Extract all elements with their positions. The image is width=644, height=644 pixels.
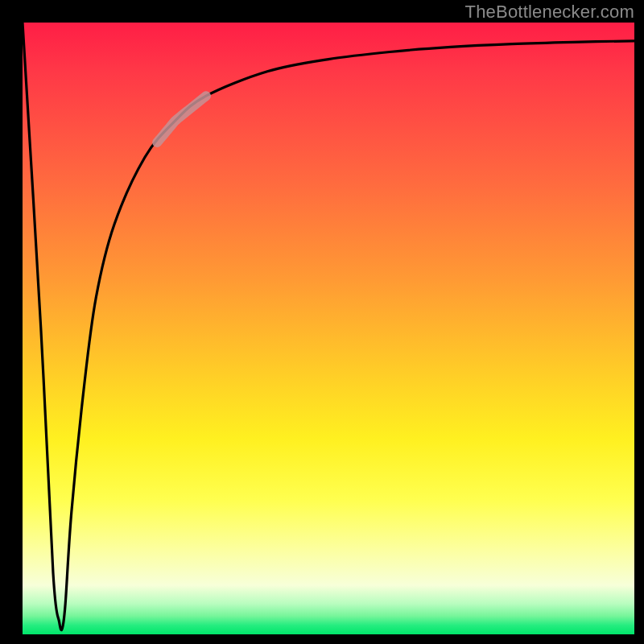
chart-frame: TheBottlenecker.com	[0, 0, 644, 644]
watermark-text: TheBottlenecker.com	[465, 2, 634, 23]
curve-layer	[23, 23, 634, 634]
bottleneck-curve	[23, 23, 634, 630]
highlight-segment	[157, 96, 206, 142]
plot-area	[23, 23, 634, 634]
